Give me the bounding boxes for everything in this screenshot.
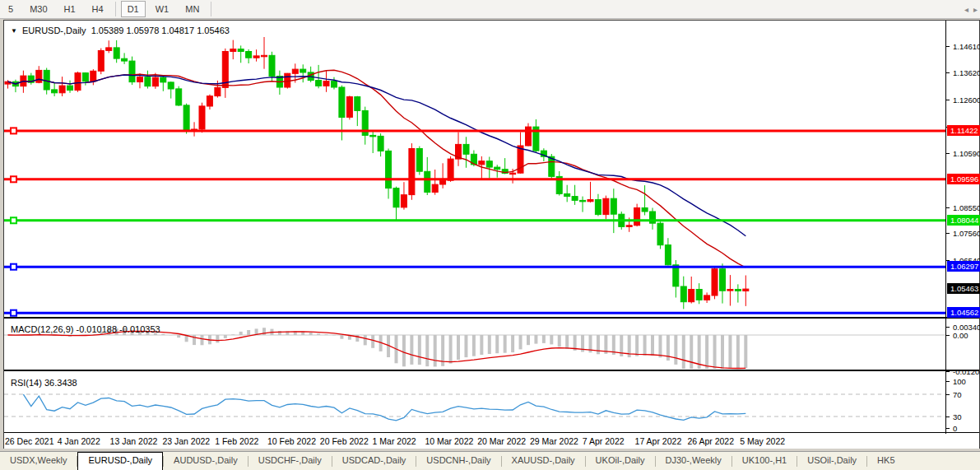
x-axis-label: 26 Apr 2022 — [687, 436, 734, 446]
axis-tick-mark — [946, 394, 950, 395]
tab-usdcnh-daily[interactable]: USDCNH-,Daily — [416, 452, 500, 470]
y-axis-tick: 1.13620 — [953, 68, 980, 77]
rsi-axis-label: 30 — [953, 412, 962, 421]
tab-dj30-weekly[interactable]: DJ30-,Weekly — [656, 452, 732, 470]
hline-price-label-1.11422: 1.11422 — [947, 125, 980, 136]
rsi-axis-label: 0 — [953, 424, 957, 433]
ma-fast-line — [8, 70, 746, 268]
horizontal-line-1.08044 — [4, 217, 945, 223]
x-axis-label: 10 Feb 2022 — [267, 436, 316, 446]
macd-value-main: -0.010188 — [76, 324, 117, 334]
y-axis-tick: 1.08550 — [953, 203, 980, 212]
x-axis-label: 20 Mar 2022 — [477, 436, 526, 446]
axis-tick-mark — [946, 233, 950, 234]
x-axis-label: 10 Mar 2022 — [425, 436, 473, 446]
tab-audusd-daily[interactable]: AUDUSD-,Daily — [164, 452, 248, 470]
tab-ukoil-daily[interactable]: UKOil-,Daily — [586, 452, 655, 470]
ohlc-high: 1.05978 — [127, 26, 160, 35]
horizontal-line-1.09596 — [4, 176, 945, 182]
macd-value-signal: -0.010353 — [119, 324, 160, 334]
rsi-value: 36.3438 — [44, 378, 77, 388]
macd-axis-label: -0.012053 — [953, 367, 980, 376]
rsi-label: RSI(14) 36.3438 — [11, 378, 77, 388]
hline-price-label-1.09596: 1.09596 — [947, 174, 980, 184]
x-axis-label: 20 Feb 2022 — [320, 436, 369, 446]
ohlc-close: 1.05463 — [197, 26, 230, 35]
rsi-axis-label: 100 — [953, 377, 966, 386]
timeframe-button-h1[interactable]: H1 — [58, 1, 82, 17]
tab-scroll-arrows: ◂ ▸ — [964, 0, 978, 19]
candlestick-chart — [4, 21, 945, 319]
tab-hk5[interactable]: HK5 — [867, 452, 904, 470]
x-axis-label: 29 Mar 2022 — [530, 436, 578, 446]
x-axis-label: 17 Apr 2022 — [635, 436, 682, 446]
timeframe-button-mn[interactable]: MN — [179, 1, 206, 17]
axis-tick-mark — [946, 207, 950, 208]
candles-layer — [5, 37, 749, 309]
tab-usdcad-daily[interactable]: USDCAD-,Daily — [332, 452, 416, 470]
dropdown-arrow-icon[interactable]: ▼ — [11, 27, 17, 35]
y-axis-tick: 1.10590 — [953, 149, 980, 158]
rsi-chart — [4, 375, 945, 432]
y-axis-tick: 1.07560 — [953, 229, 980, 238]
rsi-panel: RSI(14) 36.3438 — [4, 375, 979, 433]
axis-tick-mark — [946, 72, 950, 73]
axis-tick-mark — [946, 416, 950, 417]
hline-price-label-1.08044: 1.08044 — [947, 215, 980, 226]
axis-tick-mark — [946, 371, 950, 372]
ohlc-open: 1.05389 — [91, 26, 124, 35]
x-axis-label: 13 Jan 2022 — [110, 436, 158, 446]
tab-eurusd-daily[interactable]: EURUSD-,Daily — [77, 452, 163, 470]
timeframe-toolbar: 5M30H1H4D1W1MN — [0, 0, 980, 19]
tab-usdchf-daily[interactable]: USDCHF-,Daily — [248, 452, 332, 470]
horizontal-line-1.04562 — [4, 310, 945, 316]
macd-panel: MACD(12,26,9) -0.010188 -0.010353 — [4, 322, 979, 371]
axis-tick-mark — [946, 381, 950, 382]
timeframe-button-h4[interactable]: H4 — [86, 1, 110, 17]
macd-signal-line — [8, 331, 746, 368]
y-axis-tick: 1.12600 — [953, 95, 980, 105]
price-chart-panel: ▼EURUSD-,Daily 1.05389 1.05978 1.04817 1… — [4, 21, 979, 319]
x-axis-label: 26 Dec 2021 — [5, 436, 54, 446]
toolbar-separator — [211, 2, 211, 16]
toolbar-separator — [115, 2, 116, 16]
y-axis-tick: 1.14610 — [953, 42, 980, 51]
timeframe-button-m30[interactable]: M30 — [23, 1, 53, 17]
axis-tick-mark — [946, 335, 950, 336]
timeframe-button-5[interactable]: 5 — [2, 1, 20, 17]
chart-window: ▼EURUSD-,Daily 1.05389 1.05978 1.04817 1… — [3, 20, 980, 449]
application-window: 5M30H1H4D1W1MN ▼EURUSD-,Daily 1.05389 1.… — [0, 0, 980, 470]
x-axis-label: 7 Apr 2022 — [583, 436, 625, 446]
tab-usoil-daily[interactable]: USOil-,Daily — [797, 452, 866, 470]
x-axis-label: 1 Mar 2022 — [373, 436, 416, 446]
tab-usdx-weekly[interactable]: USDX,Weekly — [0, 452, 77, 470]
ohlc-low: 1.04817 — [161, 26, 194, 35]
date-axis: 26 Dec 20214 Jan 202213 Jan 202223 Jan 2… — [4, 435, 979, 449]
timeframe-button-d1[interactable]: D1 — [121, 1, 146, 17]
x-axis-label: 1 Feb 2022 — [215, 436, 258, 446]
x-axis-label: 5 May 2022 — [740, 436, 785, 446]
axis-tick-mark — [946, 428, 950, 429]
x-axis-label: 4 Jan 2022 — [58, 436, 100, 446]
hline-price-label-1.04562: 1.04562 — [947, 307, 980, 318]
hline-price-label-1.06297: 1.06297 — [947, 261, 980, 272]
tab-xauusd-daily[interactable]: XAUUSD-,Daily — [502, 452, 585, 470]
axis-tick-mark — [946, 100, 950, 100]
axis-tick-mark — [946, 153, 950, 154]
x-axis-label: 23 Jan 2022 — [162, 436, 210, 446]
chart-tab-bar: USDX,WeeklyEURUSD-,DailyAUDUSD-,DailyUSD… — [0, 451, 980, 470]
macd-label: MACD(12,26,9) -0.010188 -0.010353 — [11, 324, 160, 334]
current-price-label: 1.05463 — [947, 283, 980, 294]
tab-uk100-h1[interactable]: UK100-,H1 — [732, 452, 797, 470]
macd-axis-label: 0.00 — [953, 331, 968, 340]
horizontal-line-1.06297 — [4, 264, 945, 270]
timeframe-button-w1[interactable]: W1 — [149, 1, 176, 17]
tab-scroll-right-button[interactable]: ▸ — [973, 5, 978, 14]
axis-tick-mark — [946, 327, 950, 328]
axis-tick-mark — [946, 46, 950, 47]
chart-symbol-label: EURUSD-,Daily — [22, 26, 86, 35]
rsi-axis-label: 70 — [953, 390, 962, 399]
chart-title: ▼EURUSD-,Daily 1.05389 1.05978 1.04817 1… — [11, 26, 230, 35]
tab-scroll-left-button[interactable]: ◂ — [964, 5, 968, 14]
